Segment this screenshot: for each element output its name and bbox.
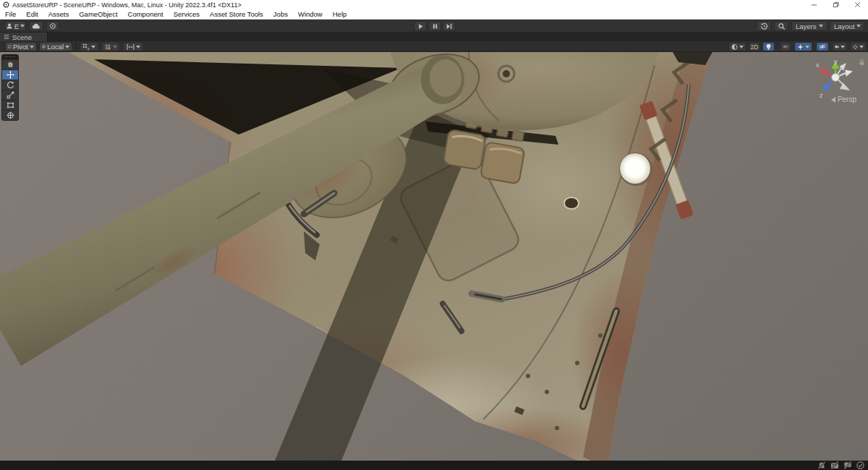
gizmo-lock-icon[interactable] xyxy=(859,59,865,66)
step-button[interactable] xyxy=(443,21,456,31)
camera-icon xyxy=(835,43,839,50)
undo-history-button[interactable] xyxy=(757,21,771,31)
status-bar xyxy=(0,461,868,470)
move-tool[interactable] xyxy=(2,69,18,80)
tab-scene[interactable]: Scene xyxy=(0,33,48,41)
speaker-icon xyxy=(783,43,788,50)
hand-icon xyxy=(7,61,14,69)
persp-arrow-icon xyxy=(831,97,835,103)
menu-asset-store-tools[interactable]: Asset Store Tools xyxy=(205,10,268,18)
transform-tool[interactable] xyxy=(2,110,18,120)
messages-muted-icon[interactable] xyxy=(843,461,852,469)
axis-y-label: y xyxy=(834,58,838,65)
transform-icon xyxy=(7,111,14,119)
menu-bar: File Edit Assets GameObject Component Se… xyxy=(0,9,868,20)
gizmos-icon xyxy=(853,43,858,51)
menu-component[interactable]: Component xyxy=(123,10,169,18)
cloud-button[interactable] xyxy=(29,21,43,31)
play-button[interactable] xyxy=(414,21,427,31)
axis-neg-cone-1[interactable] xyxy=(846,70,854,77)
menu-assets[interactable]: Assets xyxy=(43,10,75,18)
version-control-button[interactable] xyxy=(46,21,59,31)
chevron-down-icon xyxy=(841,46,845,48)
menu-window[interactable]: Window xyxy=(293,10,328,18)
tab-menu-icon xyxy=(4,34,9,40)
eye-slash-icon xyxy=(819,43,826,50)
close-button[interactable] xyxy=(846,0,868,9)
menu-jobs[interactable]: Jobs xyxy=(268,10,293,18)
chevron-down-icon xyxy=(20,25,25,27)
scene-lighting-toggle[interactable] xyxy=(762,42,775,51)
chevron-down-icon xyxy=(739,46,744,48)
camera-settings-dropdown[interactable] xyxy=(832,42,848,51)
play-icon xyxy=(417,23,424,30)
shading-sphere-icon xyxy=(731,43,738,51)
account-icon xyxy=(6,22,13,30)
axis-x-cone[interactable] xyxy=(819,69,827,76)
menu-edit[interactable]: Edit xyxy=(21,10,43,18)
tool-handle-position-dropdown[interactable]: Pivot xyxy=(5,42,37,51)
menu-file[interactable]: File xyxy=(0,10,21,18)
account-dropdown[interactable]: E xyxy=(4,21,26,31)
tools-overlay xyxy=(1,54,19,121)
mode-2d-toggle[interactable]: 2D xyxy=(749,42,760,51)
snap-increment-dropdown[interactable] xyxy=(123,42,143,51)
pause-icon xyxy=(432,23,438,30)
layers-dropdown[interactable]: Layers xyxy=(791,21,827,31)
chevron-down-icon xyxy=(113,46,117,48)
menu-help[interactable]: Help xyxy=(328,10,352,18)
projection-toggle[interactable]: Persp xyxy=(831,95,856,103)
activity-check-icon[interactable] xyxy=(856,461,864,469)
menu-gameobject[interactable]: GameObject xyxy=(74,10,122,18)
chevron-down-icon xyxy=(91,46,95,48)
scale-tool[interactable] xyxy=(2,90,18,100)
mail-muted-icon[interactable] xyxy=(830,461,839,469)
unity-logo-icon xyxy=(3,1,9,8)
rotate-tool[interactable] xyxy=(2,80,18,90)
projection-label: Persp xyxy=(838,95,856,103)
tool-handle-rotation-dropdown[interactable]: Local xyxy=(39,42,72,51)
snap-move-icon xyxy=(127,43,135,51)
orientation-gizmo[interactable]: y x z xyxy=(812,58,859,101)
step-icon xyxy=(446,23,453,30)
grid-snapping-dropdown[interactable] xyxy=(101,42,120,51)
scene-viewport[interactable]: y x z Persp xyxy=(0,52,868,461)
draw-mode-dropdown[interactable] xyxy=(728,42,746,51)
menu-services[interactable]: Services xyxy=(169,10,205,18)
light-bulb-icon xyxy=(765,43,772,51)
target-circle-icon xyxy=(49,22,56,30)
pivot-icon xyxy=(8,43,12,50)
grid-visibility-dropdown[interactable]: y xyxy=(80,42,98,51)
effects-dropdown-toggle[interactable] xyxy=(794,42,812,51)
pivot-label: Pivot xyxy=(13,43,28,51)
globe-icon xyxy=(42,43,46,50)
tab-bar: Scene xyxy=(0,33,868,41)
main-toolbar: E Layers Layout xyxy=(0,20,868,33)
chevron-down-icon xyxy=(805,46,809,48)
axis-neg-cone-2[interactable] xyxy=(840,83,850,91)
gizmo-center[interactable] xyxy=(832,74,839,81)
effects-star-icon xyxy=(797,43,804,51)
view-hand-tool[interactable] xyxy=(2,59,18,69)
chevron-down-icon xyxy=(856,25,861,27)
audio-toggle[interactable] xyxy=(780,42,791,51)
search-button[interactable] xyxy=(774,21,788,31)
chevron-down-icon xyxy=(65,46,69,48)
layout-dropdown[interactable]: Layout xyxy=(830,21,864,31)
rect-tool[interactable] xyxy=(2,100,18,110)
scale-icon xyxy=(7,91,14,99)
restore-icon xyxy=(833,1,839,8)
history-icon xyxy=(760,22,768,30)
minimize-button[interactable] xyxy=(803,0,825,9)
chevron-down-icon xyxy=(859,46,864,48)
account-initial: E xyxy=(14,22,19,30)
tank-model-render[interactable] xyxy=(0,52,868,461)
notifications-muted-icon[interactable] xyxy=(817,461,826,469)
pause-button[interactable] xyxy=(428,21,441,31)
headlight xyxy=(619,153,652,186)
gizmos-dropdown[interactable] xyxy=(850,42,867,51)
chevron-down-icon xyxy=(136,46,140,48)
layout-label: Layout xyxy=(834,22,855,30)
restore-button[interactable] xyxy=(825,0,846,9)
scene-visibility-toggle[interactable] xyxy=(816,42,829,51)
